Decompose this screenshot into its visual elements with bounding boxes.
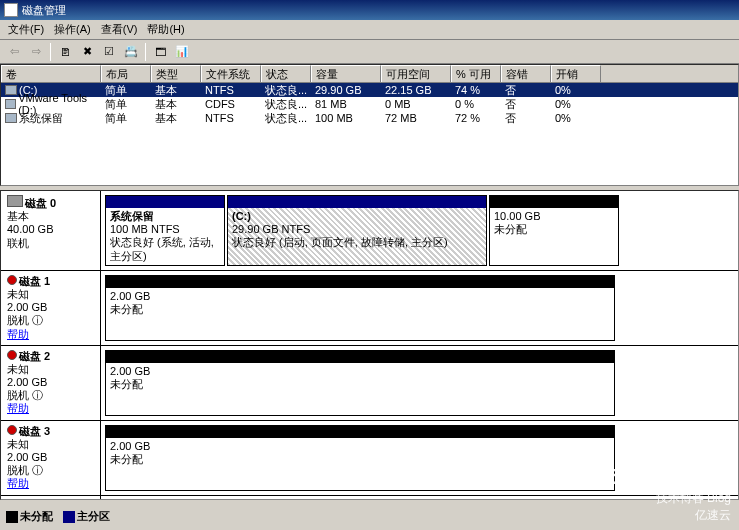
info-icon: ⓘ bbox=[32, 464, 43, 476]
properties-button[interactable]: ☑ bbox=[99, 42, 119, 62]
cell-ft: 否 bbox=[501, 83, 551, 98]
partition-bar bbox=[106, 426, 614, 438]
disk-state: 脱机 ⓘ bbox=[7, 464, 94, 477]
title-bar: 磁盘管理 bbox=[0, 0, 739, 20]
volume-row[interactable]: VMware Tools (D:)简单基本CDFS状态良...81 MB0 MB… bbox=[1, 97, 738, 111]
cell-status: 状态良... bbox=[261, 111, 311, 126]
partition[interactable]: (C:)29.90 GB NTFS状态良好 (启动, 页面文件, 故障转储, 主… bbox=[227, 195, 487, 266]
info-icon: ⓘ bbox=[32, 314, 43, 326]
cell-pct: 74 % bbox=[451, 84, 501, 96]
help-button[interactable]: 📊 bbox=[172, 42, 192, 62]
disk-info[interactable]: 磁盘 1未知2.00 GB脱机 ⓘ帮助 bbox=[1, 271, 101, 345]
cell-type: 基本 bbox=[151, 97, 201, 112]
disk-info[interactable]: 磁盘 3未知2.00 GB脱机 ⓘ帮助 bbox=[1, 421, 101, 495]
cell-cap: 29.90 GB bbox=[311, 84, 381, 96]
help-link[interactable]: 帮助 bbox=[7, 402, 94, 415]
partition-size: 2.00 GB bbox=[110, 365, 150, 377]
cell-layout: 简单 bbox=[101, 111, 151, 126]
volume-table-header: 卷 布局 类型 文件系统 状态 容量 可用空间 % 可用 容错 开销 bbox=[1, 65, 738, 83]
disk-size: 2.00 GB bbox=[7, 301, 94, 314]
disk-info[interactable]: 磁盘 4未知2.00 GB脱机 ⓘ帮助 bbox=[1, 496, 101, 500]
volume-row[interactable]: (C:)简单基本NTFS状态良...29.90 GB22.15 GB74 %否0… bbox=[1, 83, 738, 97]
volume-name: 系统保留 bbox=[19, 111, 63, 126]
col-capacity[interactable]: 容量 bbox=[311, 65, 381, 82]
cell-cap: 81 MB bbox=[311, 98, 381, 110]
cell-pct: 72 % bbox=[451, 112, 501, 124]
col-overhead[interactable]: 开销 bbox=[551, 65, 601, 82]
partition-body: 2.00 GB未分配 bbox=[106, 438, 614, 490]
disk-row: 磁盘 1未知2.00 GB脱机 ⓘ帮助2.00 GB未分配 bbox=[1, 271, 738, 346]
partition[interactable]: 2.00 GB未分配 bbox=[105, 275, 615, 341]
refresh-button[interactable]: ✖ bbox=[77, 42, 97, 62]
cell-ft: 否 bbox=[501, 97, 551, 112]
col-type[interactable]: 类型 bbox=[151, 65, 201, 82]
disk-size: 2.00 GB bbox=[7, 376, 94, 389]
cell-type: 基本 bbox=[151, 111, 201, 126]
cell-free: 72 MB bbox=[381, 112, 451, 124]
cell-type: 基本 bbox=[151, 83, 201, 98]
cell-layout: 简单 bbox=[101, 83, 151, 98]
warning-icon bbox=[7, 275, 17, 285]
partition[interactable]: 系统保留100 MB NTFS状态良好 (系统, 活动, 主分区) bbox=[105, 195, 225, 266]
col-pct[interactable]: % 可用 bbox=[451, 65, 501, 82]
cell-status: 状态良... bbox=[261, 83, 311, 98]
volume-row[interactable]: 系统保留简单基本NTFS状态良...100 MB72 MB72 %否0% bbox=[1, 111, 738, 125]
disk-kind: 基本 bbox=[7, 210, 94, 223]
cell-oh: 0% bbox=[551, 98, 601, 110]
disk-map-pane: 磁盘 0基本40.00 GB联机 系统保留100 MB NTFS状态良好 (系统… bbox=[0, 190, 739, 500]
partition-size: 29.90 GB NTFS bbox=[232, 223, 310, 235]
separator bbox=[50, 43, 51, 61]
drive-icon bbox=[5, 99, 16, 109]
partition[interactable]: 2.00 GB未分配 bbox=[105, 350, 615, 416]
drive-icon bbox=[5, 113, 17, 123]
cell-cap: 100 MB bbox=[311, 112, 381, 124]
volume-list-pane: 卷 布局 类型 文件系统 状态 容量 可用空间 % 可用 容错 开销 (C:)简… bbox=[0, 64, 739, 186]
menu-help[interactable]: 帮助(H) bbox=[143, 22, 188, 37]
legend: 未分配 主分区 bbox=[6, 509, 110, 524]
partition-bar bbox=[228, 196, 486, 208]
disk-icon bbox=[7, 195, 23, 207]
partition[interactable]: 10.00 GB未分配 bbox=[489, 195, 619, 266]
cell-status: 状态良... bbox=[261, 97, 311, 112]
up-button[interactable]: 🖹 bbox=[55, 42, 75, 62]
cell-oh: 0% bbox=[551, 112, 601, 124]
partition-bar bbox=[106, 196, 224, 208]
disk-size: 2.00 GB bbox=[7, 451, 94, 464]
cell-free: 22.15 GB bbox=[381, 84, 451, 96]
view-button[interactable]: 🗔 bbox=[150, 42, 170, 62]
back-button[interactable]: ⇦ bbox=[4, 42, 24, 62]
disk-title: 磁盘 3 bbox=[19, 425, 50, 437]
help-link[interactable]: 帮助 bbox=[7, 328, 94, 341]
help-link[interactable]: 帮助 bbox=[7, 477, 94, 490]
col-layout[interactable]: 布局 bbox=[101, 65, 151, 82]
col-status[interactable]: 状态 bbox=[261, 65, 311, 82]
menu-action[interactable]: 操作(A) bbox=[50, 22, 95, 37]
partition-status: 未分配 bbox=[110, 453, 143, 465]
col-free[interactable]: 可用空间 bbox=[381, 65, 451, 82]
separator bbox=[145, 43, 146, 61]
export-button[interactable]: 📇 bbox=[121, 42, 141, 62]
legend-unalloc-icon bbox=[6, 511, 18, 523]
disk-info[interactable]: 磁盘 2未知2.00 GB脱机 ⓘ帮助 bbox=[1, 346, 101, 420]
disk-row: 磁盘 2未知2.00 GB脱机 ⓘ帮助2.00 GB未分配 bbox=[1, 346, 738, 421]
forward-button[interactable]: ⇨ bbox=[26, 42, 46, 62]
partition-bar bbox=[106, 351, 614, 363]
partition-name: 系统保留 bbox=[110, 210, 154, 222]
partition-body: 10.00 GB未分配 bbox=[490, 208, 618, 265]
disk-title: 磁盘 0 bbox=[25, 197, 56, 209]
col-fault[interactable]: 容错 bbox=[501, 65, 551, 82]
disk-title: 磁盘 1 bbox=[19, 275, 50, 287]
partition-body: 系统保留100 MB NTFS状态良好 (系统, 活动, 主分区) bbox=[106, 208, 224, 265]
col-fs[interactable]: 文件系统 bbox=[201, 65, 261, 82]
partition-status: 未分配 bbox=[494, 223, 527, 235]
col-volume[interactable]: 卷 bbox=[1, 65, 101, 82]
cell-layout: 简单 bbox=[101, 97, 151, 112]
legend-primary-icon bbox=[63, 511, 75, 523]
disk-state: 脱机 ⓘ bbox=[7, 389, 94, 402]
partition-container: 2.00 GB未分配 bbox=[101, 346, 738, 420]
disk-info[interactable]: 磁盘 0基本40.00 GB联机 bbox=[1, 191, 101, 270]
menu-file[interactable]: 文件(F) bbox=[4, 22, 48, 37]
warning-icon bbox=[7, 425, 17, 435]
menu-view[interactable]: 查看(V) bbox=[97, 22, 142, 37]
partition[interactable]: 2.00 GB未分配 bbox=[105, 425, 615, 491]
